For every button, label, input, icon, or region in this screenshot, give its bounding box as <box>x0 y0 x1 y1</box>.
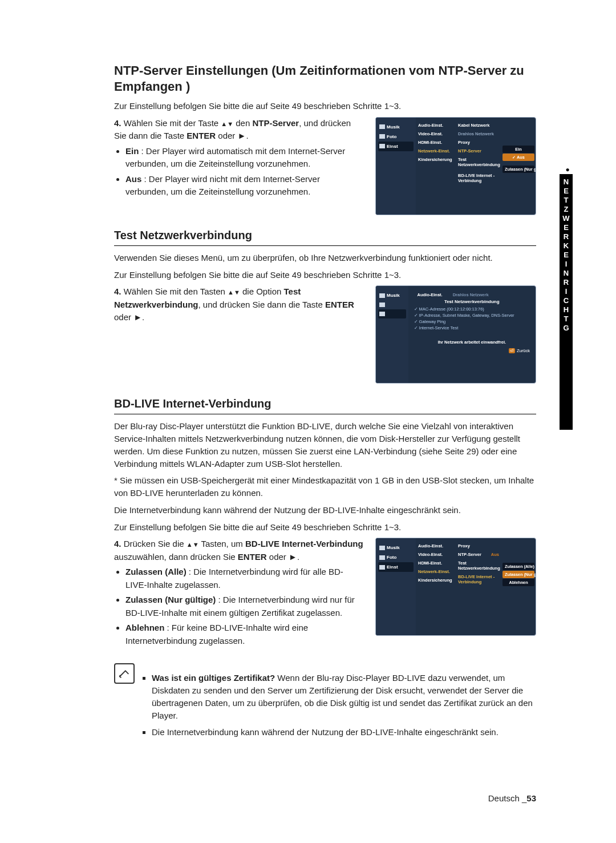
osd-opt: Test Netzwerkverbindung <box>457 155 500 169</box>
osd-opt: HDMI-Einst. <box>417 559 455 567</box>
osd-opt: Audio-Einst. <box>417 542 455 550</box>
t: oder <box>216 131 237 140</box>
osd-dialog-title: Test Netzwerkverbindung <box>414 299 530 304</box>
arrow-right-icon: ► <box>133 312 142 322</box>
osd-side-item: Musik <box>378 122 414 132</box>
osd-side-item: Foto <box>378 552 414 562</box>
opt-text: : Der Player wird nicht mit dem Internet… <box>125 174 320 197</box>
t: . <box>142 312 144 322</box>
bullet-deny: Ablehnen : Für keine BD-LIVE-Inhalte wir… <box>125 622 364 647</box>
l: Foto <box>387 555 396 560</box>
manual-page: NTP-Server Einstellungen (Um Zeitinforma… <box>0 0 616 786</box>
note-item: Die Internetverbindung kann während der … <box>152 726 536 739</box>
note-q: Was ist ein gültiges Zertifikat? <box>152 673 275 683</box>
osd-status: Ihr Netzwerk arbeitet einwandfrei. <box>414 340 530 345</box>
gear-icon <box>379 565 385 570</box>
opt-name: Zulassen (Nur gültige) <box>125 595 216 604</box>
osd-opt: Kindersicherung <box>417 576 455 584</box>
osd-side-item <box>378 300 406 309</box>
step-4c-text: 4. Drücken Sie die ▲▼ Tasten, um BD-LIVE… <box>114 538 364 650</box>
l: Einst <box>387 144 398 149</box>
l: Einst <box>387 564 398 570</box>
osd-opt: Kabel Netzwerk <box>457 121 500 130</box>
t: . <box>246 131 248 140</box>
osd-opt: NTP-Server <box>457 147 500 155</box>
opt-name: Aus <box>125 174 141 184</box>
opt-text: : Der Player wird automatisch mit dem In… <box>125 146 345 169</box>
osd-check-line: ✓ IP-Adresse, Subnet Maske, Gateway, DNS… <box>414 313 530 318</box>
photo-icon <box>379 134 385 139</box>
osd-check-line: ✓ MAC-Adresse (00:12:12:00:13:76) <box>414 306 530 312</box>
enter-key: ENTER <box>187 131 216 140</box>
osd-opt: Test Netzwerkverbindung <box>457 559 500 572</box>
heading-ntp: NTP-Server Einstellungen (Um Zeitinforma… <box>114 63 536 94</box>
osd-side-item: Musik <box>378 543 414 552</box>
footer-lang: Deutsch _ <box>488 793 527 803</box>
osd-opt: Kindersicherung <box>417 155 455 164</box>
osd-value: Zulassen (Nur gültige) <box>502 571 534 578</box>
menu-name: NTP-Server <box>252 118 299 128</box>
osd-opt: Audio-Einst. <box>417 121 455 130</box>
t: oder <box>267 552 289 562</box>
bd-para-1: Der Blu-ray Disc-Player unterstützt die … <box>114 420 536 470</box>
osd-opt: Netzwerk-Einst. <box>417 567 455 576</box>
osd-tab: Drahlos Netzwerk <box>453 292 489 297</box>
osd-value: Ablehnen <box>502 579 534 586</box>
arrow-right-icon: ► <box>289 552 297 562</box>
osd-value-inline: Aus <box>491 552 499 557</box>
t: Tasten, um <box>199 539 245 548</box>
arrow-right-icon: ► <box>238 131 246 140</box>
l: Foto <box>387 134 396 139</box>
photo-icon <box>379 555 385 560</box>
photo-icon <box>379 302 385 307</box>
osd-check-line: ✓ Internet-Service Test <box>414 325 530 330</box>
osd-value: ✓ Aus <box>502 154 534 161</box>
opt-name: Ein <box>125 146 139 156</box>
opt-name: Ablehnen <box>125 623 164 632</box>
intro-1: Zur Einstellung befolgen Sie bitte die a… <box>114 100 536 112</box>
l: NTP-Server <box>458 552 481 557</box>
intro-2: Zur Einstellung befolgen Sie bitte die a… <box>114 269 536 281</box>
osd-opt: Proxy <box>457 542 500 550</box>
bd-para-2: * Sie müssen ein USB-Speichergerät mit e… <box>114 474 536 499</box>
osd-opt: Video-Einst. <box>417 550 455 559</box>
t: Drücken Sie die <box>124 539 187 548</box>
note-icon <box>114 663 135 684</box>
t: oder <box>114 312 133 322</box>
osd-opt: HDMI-Einst. <box>417 138 455 147</box>
t: den <box>233 118 252 128</box>
l: Musik <box>387 124 400 130</box>
opt-name: Zulassen (Alle) <box>125 567 187 576</box>
return-icon: ⏎ <box>509 348 515 353</box>
note-t: Die Internetverbindung kann während der … <box>152 727 499 737</box>
bullet-allow-valid: Zulassen (Nur gültige) : Die Internetver… <box>125 594 364 619</box>
bd-para-4: Zur Einstellung befolgen Sie bitte die a… <box>114 521 536 534</box>
bullet-allow-all: Zulassen (Alle) : Die Internetverbindung… <box>125 566 364 591</box>
bullet-ein: Ein : Der Player wird automatisch mit de… <box>125 145 364 171</box>
osd-screenshot-ntp: Musik Foto Einst Audio-Einst. Video-Eins… <box>375 117 536 215</box>
osd-value: Ein <box>502 146 534 153</box>
menu-name: BD-LIVE Internet-Verbindung <box>245 539 363 548</box>
step-num: 4. <box>114 287 121 296</box>
music-icon <box>379 124 385 129</box>
osd-opt: Video-Einst. <box>417 130 455 138</box>
osd-side-item: Foto <box>378 132 414 142</box>
note-box: Was ist ein gültiges Zertifikat? Wenn de… <box>114 663 536 752</box>
gear-icon <box>379 144 385 148</box>
bullet-aus: Aus : Der Player wird nicht mit dem Inte… <box>125 173 364 199</box>
t: , und drücken Sie dann die Taste <box>198 300 325 309</box>
osd-tab: Audio-Einst. <box>418 292 443 297</box>
arrow-up-down-icon: ▲▼ <box>221 120 233 127</box>
step-num: 4. <box>114 539 121 548</box>
osd-value: Zulassen (Nur gültige) <box>502 166 534 173</box>
arrow-up-down-icon: ▲▼ <box>228 289 240 296</box>
osd-opt: BD-LIVE Internet - Verbindung <box>457 171 500 185</box>
page-number: 53 <box>526 793 536 803</box>
osd-check-line: ✓ Gateway Ping <box>414 319 530 324</box>
t: Wählen Sie mit der Taste <box>124 118 221 128</box>
l: Musik <box>387 545 400 550</box>
t: Wählen Sie mit den Tasten <box>124 287 228 296</box>
step-4b-text: 4. Wählen Sie mit den Tasten ▲▼ die Opti… <box>114 285 364 324</box>
heading-bdlive: BD-LIVE Internet-Verbindung <box>114 397 536 414</box>
osd-screenshot-bdlive: Musik Foto Einst Audio-Einst. Video-Eins… <box>375 538 536 636</box>
